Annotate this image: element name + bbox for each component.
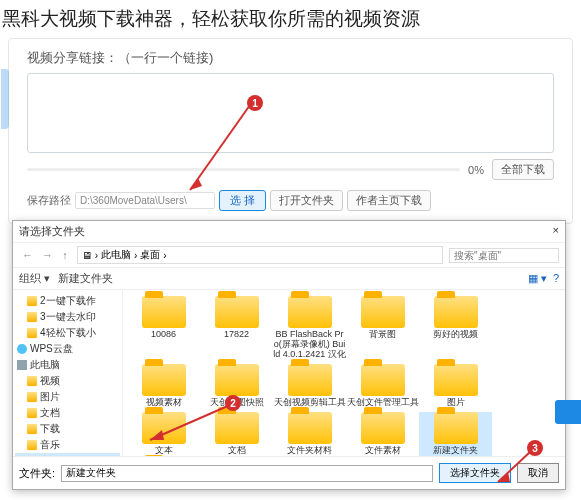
up-icon[interactable]: ↑ <box>59 249 71 261</box>
file-item[interactable]: 天创文件管理工具 <box>346 364 419 408</box>
folder-icon <box>288 412 332 444</box>
file-item[interactable]: 天创视频剪辑工具 <box>273 364 346 408</box>
file-item[interactable]: 背景图 <box>346 296 419 360</box>
file-item[interactable]: 图片 <box>419 364 492 408</box>
tree-item-label: 图片 <box>40 390 60 404</box>
file-name: 文档 <box>200 446 273 456</box>
nav-arrows: ← → ↑ <box>19 249 71 261</box>
file-item[interactable]: 文本 <box>127 412 200 456</box>
file-name: 天创视频剪辑工具 <box>273 398 346 408</box>
tree-item[interactable]: WPS云盘 <box>15 341 120 357</box>
tree-item[interactable]: 此电脑 <box>15 357 120 373</box>
side-tab-indicator <box>1 69 9 129</box>
progress-row: 0% 全部下载 <box>9 153 572 186</box>
forward-icon[interactable]: → <box>39 249 56 261</box>
folder-icon <box>434 364 478 396</box>
folder-icon <box>27 328 37 338</box>
open-folder-button[interactable]: 打开文件夹 <box>270 190 343 211</box>
tree-item-label: 文档 <box>40 406 60 420</box>
file-name: 背景图 <box>346 330 419 340</box>
link-textarea[interactable] <box>27 73 554 153</box>
folder-icon <box>142 296 186 328</box>
tree-item[interactable]: 2一键下载作 <box>15 293 120 309</box>
annotation-badge-1: 1 <box>247 95 263 111</box>
file-item[interactable]: 剪好的视频 <box>419 296 492 360</box>
file-item[interactable]: 17822 <box>200 296 273 360</box>
tree-item-label: 下载 <box>40 422 60 436</box>
file-name: 17822 <box>200 330 273 340</box>
tree-item[interactable]: 4轻松下载小 <box>15 325 120 341</box>
folder-icon <box>215 412 259 444</box>
tree-item-label: 此电脑 <box>30 358 60 372</box>
folder-icon <box>215 296 259 328</box>
close-icon[interactable]: × <box>553 224 559 239</box>
file-name: 新建文件夹 <box>419 446 492 456</box>
new-folder-button[interactable]: 新建文件夹 <box>58 271 113 286</box>
pc-icon <box>17 360 27 370</box>
download-all-button[interactable]: 全部下载 <box>492 159 554 180</box>
tree-item[interactable]: 3一键去水印 <box>15 309 120 325</box>
file-item[interactable]: BB FlashBack Pro(屏幕录像机) Build 4.0.1.2421… <box>273 296 346 360</box>
file-name: 剪好的视频 <box>419 330 492 340</box>
file-item[interactable]: 新建文件夹 <box>419 412 492 456</box>
tree-item[interactable]: 视频 <box>15 373 120 389</box>
folder-icon <box>434 412 478 444</box>
folder-icon <box>27 392 37 402</box>
pc-icon: 🖥 <box>82 250 92 261</box>
help-icon[interactable]: ? <box>553 272 559 285</box>
save-path-label: 保存路径 <box>27 193 71 208</box>
progress-bar <box>27 168 460 171</box>
filename-input[interactable] <box>61 465 433 482</box>
tree-item[interactable]: 下载 <box>15 421 120 437</box>
tree-item[interactable]: 文档 <box>15 405 120 421</box>
view-icon[interactable]: ▦ ▾ <box>528 272 547 285</box>
file-item[interactable]: 文件素材 <box>346 412 419 456</box>
folder-icon <box>27 408 37 418</box>
folder-icon <box>27 424 37 434</box>
cancel-button[interactable]: 取消 <box>517 463 559 483</box>
file-item[interactable]: 10086 <box>127 296 200 360</box>
file-grid: 1008617822BB FlashBack Pro(屏幕录像机) Build … <box>123 290 565 456</box>
tree-item-label: 音乐 <box>40 438 60 452</box>
folder-tree: 2一键下载作3一键去水印4轻松下载小WPS云盘此电脑视频图片文档下载音乐桌面本地… <box>13 290 123 456</box>
file-item[interactable]: 视频素材 <box>127 364 200 408</box>
folder-icon <box>27 296 37 306</box>
folder-icon <box>434 296 478 328</box>
filename-label: 文件夹: <box>19 466 55 481</box>
file-item[interactable]: 文档 <box>200 412 273 456</box>
tree-item[interactable]: 图片 <box>15 389 120 405</box>
dialog-title: 请选择文件夹 <box>19 224 85 239</box>
file-name: 视频素材 <box>127 398 200 408</box>
folder-icon <box>27 440 37 450</box>
folder-icon <box>361 296 405 328</box>
tree-item-label: WPS云盘 <box>30 342 73 356</box>
tree-item-label: 2一键下载作 <box>40 294 96 308</box>
search-input[interactable] <box>449 248 559 263</box>
page-title: 黑科大视频下载神器，轻松获取你所需的视频资源 <box>0 0 581 38</box>
breadcrumb[interactable]: 🖥 › 此电脑 › 桌面 › <box>77 246 443 264</box>
tree-item[interactable]: 音乐 <box>15 437 120 453</box>
link-input-label: 视频分享链接：（一行一个链接) <box>9 39 572 73</box>
folder-icon <box>361 364 405 396</box>
select-folder-button[interactable]: 选择文件夹 <box>439 463 511 483</box>
folder-picker-dialog: 请选择文件夹 × ← → ↑ 🖥 › 此电脑 › 桌面 › 组织 ▾ 新建文件夹… <box>12 220 566 490</box>
folder-icon <box>361 412 405 444</box>
organize-menu[interactable]: 组织 ▾ <box>19 271 50 286</box>
folder-icon <box>142 412 186 444</box>
file-name: 文件素材 <box>346 446 419 456</box>
folder-icon <box>215 364 259 396</box>
folder-icon <box>27 376 37 386</box>
annotation-badge-3: 3 <box>527 440 543 456</box>
folder-icon <box>142 364 186 396</box>
cloud-icon <box>17 344 27 354</box>
author-download-button[interactable]: 作者主页下载 <box>347 190 431 211</box>
back-icon[interactable]: ← <box>19 249 36 261</box>
side-download-button[interactable] <box>555 400 581 424</box>
progress-percent: 0% <box>468 164 484 176</box>
save-path-row: 保存路径 选 择 打开文件夹 作者主页下载 <box>9 186 572 219</box>
main-app-panel: 视频分享链接：（一行一个链接) 0% 全部下载 保存路径 选 择 打开文件夹 作… <box>8 38 573 224</box>
select-path-button[interactable]: 选 择 <box>219 190 266 211</box>
save-path-input[interactable] <box>75 192 215 209</box>
tree-item-label: 视频 <box>40 374 60 388</box>
file-item[interactable]: 文件夹材料 <box>273 412 346 456</box>
